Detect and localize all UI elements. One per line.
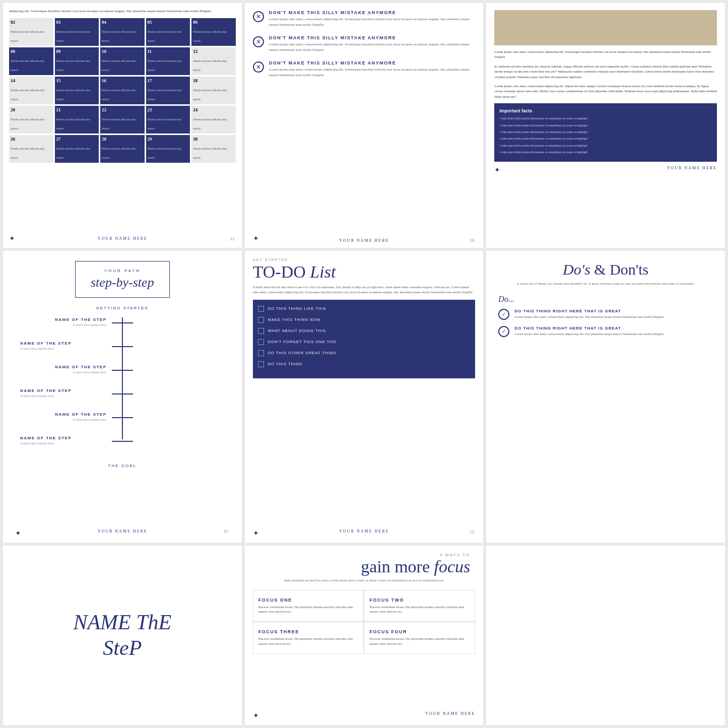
focus-cell-title: FOCUS ONE — [258, 598, 359, 603]
steps-header-box: YOUR PATH step‑by‑step — [75, 261, 170, 298]
cal-cell-text: Montes nascetur ridiculus mus mauris — [148, 30, 181, 42]
step-name: NAME OF THE STEP — [20, 317, 107, 322]
focus-subtitle: Split something up into four areas, to h… — [253, 578, 476, 583]
cal-num: 22 — [102, 107, 143, 112]
calendar-cell: 18Montes nascetur ridiculus mus mauris — [191, 77, 236, 104]
your-path-label: YOUR PATH — [91, 269, 154, 273]
step-name: NAME OF THE STEP — [20, 341, 107, 346]
todo-item: DON'T FORGET THIS ONE TOO — [258, 339, 471, 345]
todo-checkbox[interactable] — [258, 317, 264, 323]
do-section: Do... ✓ DO THIS THING RIGHT HERE THAT IS… — [498, 295, 713, 337]
calendar-cell: 20Montes nascetur ridiculus mus mauris — [9, 106, 53, 134]
dos-title: Do's & Don'ts — [498, 261, 713, 278]
focus-top: 4 WAYS TO gain more focus — [253, 553, 476, 576]
cal-num: 28 — [102, 137, 143, 142]
todo-checkbox[interactable] — [258, 339, 264, 345]
calendar-grid: 02Montes nascetur ridiculus mus mauris03… — [9, 18, 236, 163]
cal-cell-text: Montes nascetur ridiculus mus mauris — [148, 89, 181, 101]
calendar-cell: 29Montes nascetur ridiculus mus mauris — [146, 135, 190, 163]
mistakes-page-num: 10. — [470, 238, 475, 243]
article-para3: Lorem ipsum odor amet, consectetuer adip… — [494, 84, 717, 99]
mistake-body: Lorem ipsum odor amet, consectetuer adip… — [269, 42, 476, 52]
getting-started-label: GETTING STARTED — [96, 306, 149, 310]
dos-item: ✓ DO THIS THING RIGHT HERE THAT IS GREAT… — [498, 326, 713, 337]
cal-cell-text: Montes nascetur ridiculus mus mauris — [11, 59, 44, 72]
calendar-cell: 28Montes nascetur ridiculus mus mauris — [100, 135, 145, 163]
cal-cell-text: Montes nascetur ridiculus mus mauris — [11, 30, 44, 42]
steps-footer-name: YOUR NAME HERE — [98, 529, 148, 538]
todo-checkbox[interactable] — [258, 328, 264, 334]
step-line — [112, 393, 134, 394]
cal-num: 24 — [193, 107, 234, 112]
todo-item: WHAT ABOUT DOING THIS — [258, 328, 471, 334]
cal-num: 03 — [56, 20, 98, 25]
cal-cell-text: Montes nascetur ridiculus mus mauris — [102, 147, 136, 159]
fact-item: Add some bullet points information or so… — [499, 130, 712, 134]
calendar-cell: 09Montes nascetur ridiculus mus mauris — [55, 47, 99, 75]
step-main-title: step‑by‑step — [91, 275, 154, 290]
mistake-item: ✕ DON'T MAKE THIS SILLY MISTAKE ANYMORE … — [253, 35, 476, 52]
do-label: Do... — [498, 295, 713, 304]
page-calendar: adipiscing elit. Scelerisque faucibus lo… — [3, 3, 242, 248]
cal-num: 05 — [148, 20, 189, 25]
todo-item-label: DO THIS THING LIKE THIS — [268, 306, 326, 311]
calendar-cell: 27Montes nascetur ridiculus mus mauris — [55, 135, 99, 163]
cal-num: 12 — [193, 49, 234, 54]
calendar-cell: 02Montes nascetur ridiculus mus mauris — [9, 18, 53, 46]
todo-checkbox[interactable] — [258, 306, 264, 312]
dos-item-body: Lorem ipsum odor amet, consectetuer adip… — [514, 332, 664, 337]
todo-checkbox[interactable] — [258, 361, 264, 367]
step-row: NAME OF THE STEP A short description her… — [15, 436, 230, 445]
step-content: NAME OF THE STEP A short description her… — [15, 365, 112, 374]
step-content: NAME OF THE STEP A short description her… — [15, 388, 112, 398]
step-line — [112, 322, 134, 323]
mistake-content: DON'T MAKE THIS SILLY MISTAKE ANYMORE Lo… — [269, 10, 476, 27]
calendar-cell: 14Montes nascetur ridiculus mus mauris — [9, 77, 53, 104]
cal-cell-text: Montes nascetur ridiculus mus mauris — [102, 89, 136, 101]
mistake-content: DON'T MAKE THIS SILLY MISTAKE ANYMORE Lo… — [269, 60, 476, 78]
cal-num: 04 — [102, 20, 143, 25]
todo-item-label: DON'T FORGET THIS ONE TOO — [268, 340, 337, 344]
step-content: NAME OF THE STEP A short description her… — [15, 412, 112, 422]
cal-cell-text: Montes nascetur ridiculus mus mauris — [56, 118, 90, 130]
step-row: NAME OF THE STEP A short description her… — [15, 388, 230, 398]
dos-item-content: DO THIS THING RIGHT HERE THAT IS GREAT L… — [514, 309, 664, 319]
focus-cell: FOCUS FOUR Placerat vestibulum lectus. D… — [364, 622, 475, 654]
cal-cell-text: Montes nascetur ridiculus mus mauris — [148, 118, 181, 130]
step-desc: A short description here — [20, 441, 107, 445]
article-para1: Lorem ipsum odor amet, consectetuer adip… — [494, 49, 717, 60]
calendar-cell: 06Montes nascetur ridiculus mus mauris — [191, 18, 236, 46]
todo-item: MAKE THIS THING NOW — [258, 317, 471, 323]
cal-cell-text: Montes nascetur ridiculus mus mauris — [11, 118, 44, 130]
page-article: Lorem ipsum odor amet, consectetuer adip… — [486, 3, 725, 248]
article-footer-name: YOUR NAME HERE — [667, 166, 717, 174]
get-started-label: GET STARTED — [253, 258, 476, 261]
step-row: NAME OF THE STEP A short description her… — [15, 365, 230, 374]
todo-item-label: WHAT ABOUT DOING THIS — [268, 328, 326, 333]
step-line — [112, 370, 134, 371]
dos-item-content: DO THIS THING RIGHT HERE THAT IS GREAT L… — [514, 326, 664, 337]
step-content: NAME OF THE STEP A short description her… — [15, 317, 112, 327]
dos-item-title: DO THIS THING RIGHT HERE THAT IS GREAT — [514, 326, 664, 330]
mistake-body: Lorem ipsum odor amet, consectetuer adip… — [269, 17, 476, 27]
todo-item: DO THIS OTHER GREAT THING — [258, 350, 471, 356]
step-content: NAME OF THE STEP A short description her… — [15, 341, 112, 351]
focus-cell-title: FOCUS TWO — [369, 598, 470, 603]
calendar-cell: 21Montes nascetur ridiculus mus mauris — [55, 106, 99, 134]
calendar-page-num: 11. — [230, 236, 236, 241]
page-empty — [486, 546, 725, 725]
dos-check-icon: ✓ — [498, 309, 509, 320]
step-content: NAME OF THE STEP A short description her… — [15, 436, 112, 445]
fact-item: Add some bullet points information or so… — [499, 150, 712, 154]
step-line — [112, 441, 134, 442]
todo-item-label: DO THIS OTHER GREAT THING — [268, 351, 337, 355]
calendar-cell: 24Montes nascetur ridiculus mus mauris — [191, 106, 236, 134]
calendar-cell: 04Montes nascetur ridiculus mus mauris — [100, 18, 145, 46]
step-line — [112, 417, 134, 418]
cal-num: 08 — [11, 49, 52, 54]
cal-num: 02 — [11, 20, 52, 25]
name-step-title: NAME ThE SteP — [63, 600, 181, 671]
calendar-footer-name: YOUR NAME HERE — [98, 236, 148, 241]
todo-checkbox[interactable] — [258, 350, 264, 356]
dos-items-list: ✓ DO THIS THING RIGHT HERE THAT IS GREAT… — [498, 309, 713, 337]
